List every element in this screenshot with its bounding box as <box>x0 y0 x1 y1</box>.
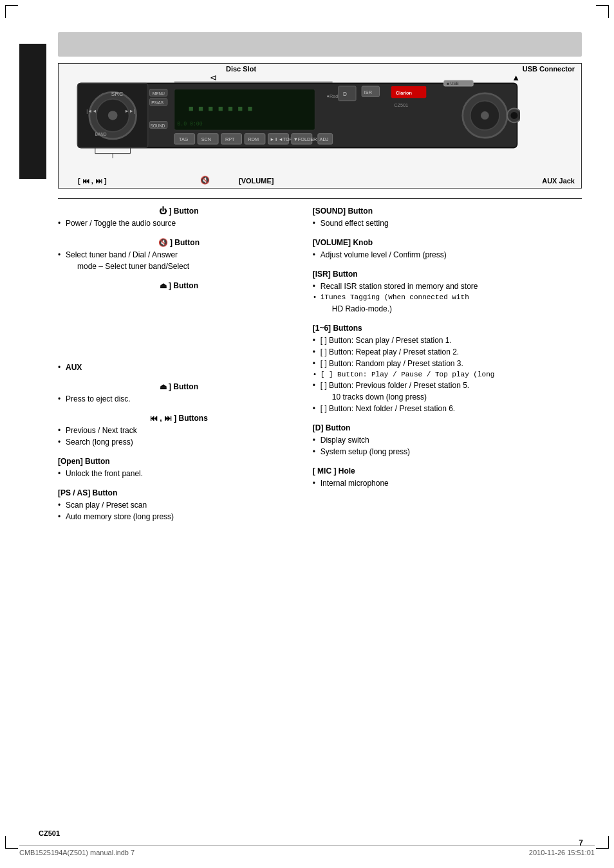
corner-mark-bl <box>5 836 18 849</box>
one-six-item-6: 10 tracks down (long press) <box>313 391 582 403</box>
band-button-item-2: mode – Select tuner band/Select <box>58 261 300 272</box>
left-sidebar <box>19 44 46 179</box>
prev-next-block: ⏮ , ⏭ ] Buttons Previous / Next track Se… <box>58 414 300 448</box>
ps-as-title: [PS / AS] Button <box>58 488 300 497</box>
ps-as-item-2: Auto memory store (long press) <box>58 511 300 522</box>
svg-text:SRC: SRC <box>111 91 124 97</box>
svg-text:►II ◄TOP: ►II ◄TOP <box>270 137 292 143</box>
page-number: 7 <box>579 838 583 847</box>
isr-button-block: [ISR] Button Recall ISR station stored i… <box>313 270 582 315</box>
volume-knob-item-1: Adjust volume level / Confirm (press) <box>313 249 582 261</box>
isr-button-item-2: iTunes Tagging (When connected with <box>313 292 582 303</box>
svg-text:SCN: SCN <box>201 137 211 143</box>
volume-knob-block: [VOLUME] Knob Adjust volume level / Conf… <box>313 238 582 261</box>
disc-button-aux: AUX <box>58 362 300 373</box>
description-section: ⏻ ] Button Power / Toggle the audio sour… <box>58 207 582 531</box>
band-button-item-1: Select tuner band / Dial / Answer <box>58 249 300 261</box>
svg-text:ISR: ISR <box>364 89 372 95</box>
sound-button-item-1: Sound effect setting <box>313 217 582 229</box>
open-button-item-1: Unlock the front panel. <box>58 468 300 479</box>
page-container: Disc Slot USB Connector ⊲ ▲ <box>0 0 614 868</box>
eject-button-block: ⏏ ] Button Press to eject disc. <box>58 382 300 405</box>
svg-text:▪▪▪▪▪▪▪: ▪▪▪▪▪▪▪ <box>186 100 255 119</box>
col-right: [SOUND] Button Sound effect setting [VOL… <box>310 207 582 531</box>
svg-point-42 <box>510 112 517 119</box>
one-six-item-7: [ ] Button: Next folder / Preset station… <box>313 403 582 414</box>
prev-next-item-1: Previous / Next track <box>58 425 300 436</box>
mic-hole-title: [ MIC ] Hole <box>313 466 582 476</box>
isr-button-item-1: Recall ISR station stored in memory and … <box>313 281 582 292</box>
aux-jack-label: AUX Jack <box>542 177 575 185</box>
svg-text:0.0 0:00: 0.0 0:00 <box>177 121 202 127</box>
section-divider <box>58 198 582 199</box>
isr-button-item-3: HD Radio-mode.) <box>313 303 582 315</box>
svg-text:▼FOLDER▲: ▼FOLDER▲ <box>293 137 322 143</box>
ps-as-item-1: Scan play / Preset scan <box>58 499 300 511</box>
svg-text:BAND: BAND <box>95 132 107 136</box>
d-button-item-1: Display switch <box>313 434 582 446</box>
svg-text:ADJ: ADJ <box>320 137 329 143</box>
svg-text:►►|: ►►| <box>124 108 135 114</box>
prev-next-item-2: Search (long press) <box>58 436 300 448</box>
one-six-item-4: [ ] Button: Play / Pause / Top play (lon… <box>313 369 582 380</box>
one-six-item-1: [ ] Button: Scan play / Preset station 1… <box>313 335 582 346</box>
eject-button-item-1: Press to eject disc. <box>58 393 300 405</box>
svg-rect-34 <box>339 86 356 101</box>
disc-button-title: ⏏ ] Button <box>58 281 300 290</box>
svg-text:■ USB: ■ USB <box>447 81 459 86</box>
vol-bracket-label: [ ⏮ , ⏭ ] <box>78 177 107 185</box>
open-button-block: [Open] Button Unlock the front panel. <box>58 457 300 479</box>
sound-button-title: [SOUND] Button <box>313 207 582 216</box>
mic-hole-block: [ MIC ] Hole Internal microphone <box>313 466 582 489</box>
disc-button-block: ⏏ ] Button placeholder placeholder place… <box>58 281 300 373</box>
one-six-block: [1~6] Buttons [ ] Button: Scan play / Pr… <box>313 324 582 415</box>
usb-connector-label: USB Connector <box>523 65 575 73</box>
corner-mark-tr <box>596 5 609 18</box>
corner-mark-tl <box>5 5 18 18</box>
model-number: CZ501 <box>39 829 60 837</box>
diagram-section: Disc Slot USB Connector ⊲ ▲ <box>58 63 582 189</box>
diagram-inner: Disc Slot USB Connector ⊲ ▲ <box>59 64 581 188</box>
footer-file: CMB1525194A(Z501) manual.indb 7 <box>19 849 135 856</box>
svg-text:D: D <box>343 91 347 97</box>
isr-button-title: [ISR] Button <box>313 270 582 279</box>
sound-button-block: [SOUND] Button Sound effect setting <box>313 207 582 229</box>
band-button-title: 🔇 ] Button <box>58 238 300 247</box>
volume-knob-title: [VOLUME] Knob <box>313 238 582 247</box>
power-button-item-1: Power / Toggle the audio source <box>58 217 300 229</box>
col-left: ⏻ ] Button Power / Toggle the audio sour… <box>58 207 310 531</box>
d-button-block: [D] Button Display switch System setup (… <box>313 423 582 457</box>
svg-text:RDM: RDM <box>248 137 259 143</box>
svg-point-4 <box>108 111 118 120</box>
mic-hole-item-1: Internal microphone <box>313 477 582 489</box>
header-bar <box>58 32 582 57</box>
footer-date: 2010-11-26 15:51:01 <box>529 849 595 856</box>
ps-as-block: [PS / AS] Button Scan play / Preset scan… <box>58 488 300 522</box>
one-six-item-2: [ ] Button: Repeat play / Preset station… <box>313 346 582 358</box>
device-diagram: SRC |◄◄ ►►| BAND MENU PS/AS SOUND 🅱 Blue… <box>75 73 520 163</box>
open-button-title: [Open] Button <box>58 457 300 466</box>
d-button-title: [D] Button <box>313 423 582 432</box>
power-button-block: ⏻ ] Button Power / Toggle the audio sour… <box>58 207 300 229</box>
footer: CMB1525194A(Z501) manual.indb 7 2010-11-… <box>19 845 595 856</box>
disc-slot-label: Disc Slot <box>226 65 256 73</box>
svg-point-38 <box>481 111 489 120</box>
prev-next-title: ⏮ , ⏭ ] Buttons <box>58 414 300 423</box>
mute-icon-label: 🔇 <box>200 176 210 185</box>
band-button-block: 🔇 ] Button Select tuner band / Dial / An… <box>58 238 300 272</box>
volume-label: [VOLUME] <box>239 177 274 185</box>
one-six-title: [1~6] Buttons <box>313 324 582 333</box>
eject-button-title: ⏏ ] Button <box>58 382 300 391</box>
svg-text:RPT: RPT <box>225 137 235 143</box>
corner-mark-br <box>596 836 609 849</box>
one-six-item-5: [ ] Button: Previous folder / Preset sta… <box>313 380 582 391</box>
svg-text:MENU: MENU <box>153 91 165 96</box>
svg-text:CZ501: CZ501 <box>394 102 408 108</box>
svg-text:|◄◄: |◄◄ <box>86 108 97 114</box>
svg-text:Clarion: Clarion <box>396 90 412 96</box>
power-button-title: ⏻ ] Button <box>58 207 300 216</box>
svg-text:SOUND: SOUND <box>150 124 165 128</box>
one-six-item-3: [ ] Button: Random play / Preset station… <box>313 358 582 369</box>
d-button-item-2: System setup (long press) <box>313 446 582 457</box>
svg-text:TAG: TAG <box>179 137 189 143</box>
